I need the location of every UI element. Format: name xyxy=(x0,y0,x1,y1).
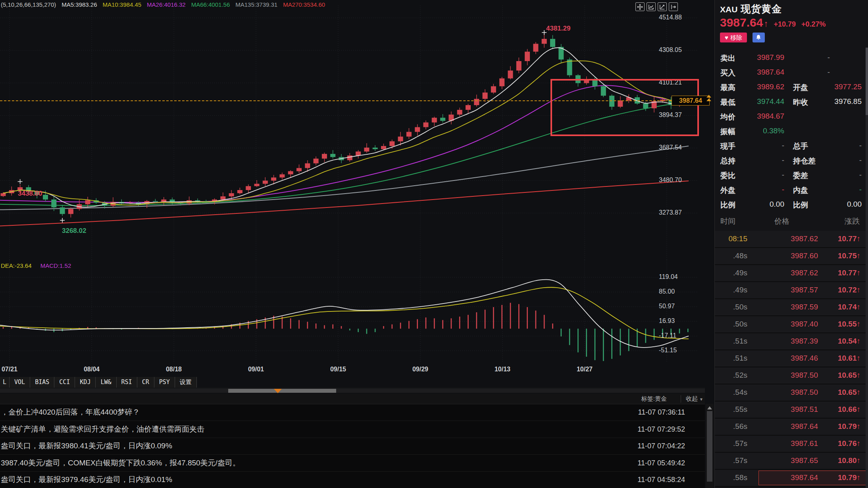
crosshair-icon[interactable] xyxy=(635,2,645,11)
quote-row: 比例0.00比例0.00 xyxy=(715,197,868,211)
drawing-rectangle-annotation[interactable] xyxy=(550,79,699,136)
news-item[interactable]: 盎司关口，最新报3979.46美元/盎司，日内涨0.01%11-07 04:58… xyxy=(0,471,705,488)
tick-row: .50s3987.5910.74↑ xyxy=(715,299,868,316)
remove-watchlist-button[interactable]: ♥移除 xyxy=(720,33,747,42)
news-item[interactable]: 盎司关口，最新报3980.41美元/盎司，日内涨0.09%11-07 07:04… xyxy=(0,438,705,455)
instrument-title: XAU现货黄金 xyxy=(720,2,782,15)
tab-vol[interactable]: VOL xyxy=(10,377,30,388)
alert-bell-button[interactable] xyxy=(753,33,765,42)
quote-value: 3989.62 xyxy=(743,83,784,91)
quote-row: 买入3987.64- xyxy=(715,65,868,79)
tab-cr[interactable]: CR xyxy=(137,377,154,388)
tick-row: .50s3987.4010.55↑ xyxy=(715,316,868,333)
tab-设置[interactable]: 设置 xyxy=(175,377,197,388)
tick-change: 10.65↑ xyxy=(816,388,860,397)
news-scrollbar-thumb[interactable] xyxy=(707,411,712,482)
left-low-annotation: 3268.02 xyxy=(62,227,86,235)
quote-label: 卖出 xyxy=(720,53,735,63)
tick-row: 08:153987.6210.77↑ xyxy=(715,231,868,248)
quote-label: 开盘 xyxy=(793,83,808,93)
tab-cci[interactable]: CCI xyxy=(54,377,75,388)
news-timestamp: 11-07 07:36:11 xyxy=(638,404,685,421)
scroll-up-icon[interactable] xyxy=(707,406,712,409)
quote-value: 3987.99 xyxy=(743,53,784,62)
news-item[interactable]: 3987.40美元/盎司，COMEX白银期货下跌0.36%，报47.850美元/… xyxy=(0,455,705,472)
news-panel: 标签:黄金 收起▼ ，金价上冲4020后回落，年底4400梦碎？11-07 07… xyxy=(0,394,705,488)
tick-time: .50s xyxy=(715,303,747,311)
chart-region[interactable]: (5,10,26,66,135,270)MA5:3983.26MA10:3984… xyxy=(0,0,714,488)
macd-pane[interactable]: DEA:-23.64 MACD:1.52 xyxy=(0,260,714,363)
tab-kdj[interactable]: KDJ xyxy=(75,377,96,388)
ma-params: (5,10,26,66,135,270) xyxy=(1,1,56,8)
quote-row: 总持-持仓差- xyxy=(715,153,868,167)
tab-psy[interactable]: PSY xyxy=(154,377,175,388)
tab-rsi[interactable]: RSI xyxy=(117,377,137,388)
up-arrow-icon: ↑ xyxy=(857,456,861,465)
quote-label: 总持 xyxy=(720,156,735,166)
up-arrow-icon: ↑ xyxy=(857,473,861,482)
tick-change: 10.75↑ xyxy=(816,252,860,260)
macd-axis-label: -17.11 xyxy=(659,332,703,339)
up-arrow-icon: ↑ xyxy=(857,252,861,260)
quote-label: 买入 xyxy=(720,68,735,78)
collapse-button[interactable]: 收起▼ xyxy=(681,395,703,403)
quote-value: - xyxy=(743,185,784,194)
tick-time: .51s xyxy=(715,354,747,363)
tick-row: .56s3987.6410.79↑ xyxy=(715,419,868,436)
price-axis-label: 4308.05 xyxy=(659,46,703,54)
up-arrow-icon: ↑ xyxy=(857,337,861,345)
tick-price: 3987.61 xyxy=(766,439,818,448)
quote-row: 均价3984.67 xyxy=(715,109,868,123)
tick-time: .52s xyxy=(715,371,747,380)
news-item[interactable]: ，金价上冲4020后回落，年底4400梦碎？11-07 07:36:11 xyxy=(0,404,705,421)
up-arrow-icon: ↑ xyxy=(764,19,768,29)
macd-axis-label: -51.15 xyxy=(659,347,703,354)
quote-value: 3984.67 xyxy=(743,112,784,121)
tab-l[interactable]: L xyxy=(0,377,10,388)
macd-chart[interactable] xyxy=(0,260,714,363)
scrollbar-thumb[interactable] xyxy=(228,389,336,393)
tick-price: 3987.65 xyxy=(766,456,818,465)
news-item[interactable]: 关键矿产清单，避险需求回升支撑金价，油价遭供需两面夹击11-07 07:29:5… xyxy=(0,421,705,438)
ma-legend-item: MA26:4016.32 xyxy=(147,1,186,8)
quote-label: 持仓差 xyxy=(793,156,816,166)
chart-toolbar xyxy=(635,2,678,11)
chart-horizontal-scrollbar[interactable] xyxy=(0,389,705,393)
heart-icon: ♥ xyxy=(725,34,728,41)
tab-lw&[interactable]: LW& xyxy=(96,377,116,388)
indicator-window-icon[interactable] xyxy=(647,2,656,11)
quote-row: 现手-总手- xyxy=(715,138,868,153)
pane-expand-icon[interactable] xyxy=(669,2,678,11)
quote-value: - xyxy=(743,156,784,165)
news-title: 盎司关口，最新报3980.41美元/盎司，日内涨0.09% xyxy=(1,438,172,454)
chevron-down-icon: ▼ xyxy=(699,397,703,402)
tick-price: 3987.51 xyxy=(766,405,818,414)
up-arrow-icon: ↑ xyxy=(857,234,861,243)
tick-time: .55s xyxy=(715,405,747,414)
news-title: 盎司关口，最新报3979.46美元/盎司，日内涨0.01% xyxy=(1,471,172,488)
tick-row: .57s3987.6510.80↑ xyxy=(715,453,868,470)
quote-row: 最高3989.62开盘3977.25 xyxy=(715,79,868,94)
date-axis-label: 10/13 xyxy=(489,366,516,373)
news-scrollbar[interactable] xyxy=(706,404,714,488)
tick-price: 3987.46 xyxy=(766,354,818,363)
tick-change: 10.77↑ xyxy=(816,269,860,277)
tab-bias[interactable]: BIAS xyxy=(30,377,54,388)
date-axis-label: 08/18 xyxy=(160,366,188,373)
quote-value: - xyxy=(816,185,862,194)
trend-line-tool-icon[interactable] xyxy=(658,2,667,11)
quote-panel-scrollbar[interactable] xyxy=(866,48,868,488)
tick-row: .49s3987.6210.77↑ xyxy=(715,265,868,282)
quote-value: - xyxy=(794,68,830,77)
tick-row: .51s3987.3910.54↑ xyxy=(715,333,868,350)
news-timestamp: 11-07 05:49:42 xyxy=(637,455,685,471)
up-arrow-icon: ↑ xyxy=(857,422,861,430)
ma-legend-item: MA5:3983.26 xyxy=(62,1,97,8)
quote-label: 比例 xyxy=(793,200,808,210)
tick-change: 10.72↑ xyxy=(816,286,860,294)
quote-value: 0.00 xyxy=(743,200,784,209)
tick-change: 10.61↑ xyxy=(816,354,860,363)
price-change-percent: +0.27% xyxy=(801,20,826,28)
tick-row: .54s3987.5010.65↑ xyxy=(715,384,868,402)
tick-price: 3987.64 xyxy=(766,422,818,431)
